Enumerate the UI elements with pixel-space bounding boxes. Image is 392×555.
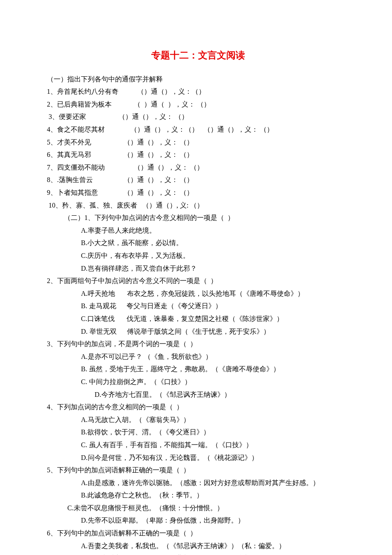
s1-item-4: 4、食之不能尽其材 （）通（），义：（） （）通（），义： （） xyxy=(47,123,349,136)
q3-opt-d: D.今齐地方七百里。（《邹忌讽齐王纳谏》） xyxy=(47,388,349,401)
q4-opt-a: A.马无故亡入胡。（《塞翁失马》） xyxy=(47,413,349,426)
s1-item-2: 2、已后典籍皆为板本 （ ）通（ ），义： （） xyxy=(47,98,349,111)
q5-opt-a: A.由是感激，遂许先帝以驱驰。（感激：因对方好意或帮助而对其产生好感。） xyxy=(47,477,349,489)
s1-item-3: 3、便要还家 （）通（），义： （） xyxy=(47,110,349,123)
q6-stem: 6、下列句中的加点词语解释不正确的一项是（ ） xyxy=(47,527,349,540)
s1-item-7: 7、四支僵劲不能动 （）通（），义： （） xyxy=(47,161,349,174)
q1-opt-a: A.率妻子邑人来此绝境。 xyxy=(47,224,349,237)
s1-item-10: 10、矜、寡、孤、独、废疾者 （）通（）, 义: （） xyxy=(47,199,349,212)
s1-item-6: 6、其真无马邪 （）通（），义： （） xyxy=(47,148,349,161)
q1-stem: （二）1、下列句中加点词的古今意义相同的一项是（ ） xyxy=(47,211,349,224)
q4-opt-d: D.问今是何世，乃不知有汉，无论魏晋。（《桃花源记》） xyxy=(47,451,349,464)
section1-heading: （一）指出下列各句中的通假字并解释 xyxy=(47,73,349,86)
q3-opt-b: B. 虽然，受地于先王，愿终守之，弗敢易。（《唐雎不辱使命》） xyxy=(47,363,349,376)
s1-item-9: 9、卜者知其指意 （）通（），义： （） xyxy=(47,186,349,199)
q3-stem: 3、下列句中的加点词，不是两个词的一项是（ ） xyxy=(47,338,349,350)
q4-stem: 4、下列加点词的古今意义相同的一项是（ ） xyxy=(47,401,349,413)
q2-opt-c: C.口诛笔伐 伐无道，诛暴秦，复立楚国之社稷（《陈涉世家》） xyxy=(47,312,349,325)
s1-item-1: 1、舟首尾长约八分有奇 （）通（），义：（） xyxy=(47,85,349,98)
page-title: 专题十二：文言文阅读 xyxy=(47,47,349,64)
s1-item-8: 8、.荡胸生曾云 （）通（），义： （） xyxy=(47,173,349,186)
q4-opt-b: B.欲得饮，饮于河、渭。（《夸父逐日》） xyxy=(47,426,349,439)
q5-opt-d: D.先帝不以臣卑鄙。（卑鄙：身份低微，出身鄙野。） xyxy=(47,514,349,527)
q3-opt-c: C. 中间力拉崩倒之声。（《口技》） xyxy=(47,376,349,388)
q4-opt-c: C. 虽人有百手，手有百指，不能指其一端。（《口技》） xyxy=(47,439,349,451)
q5-opt-c: C.未尝不叹息痛恨于桓灵也。（痛恨：十分憎恨。） xyxy=(47,502,349,515)
q3-opt-a: A.是亦不可以已乎？ （《鱼，我所欲也》） xyxy=(47,350,349,363)
q1-opt-b: B.小大之狱，虽不能察，必以情。 xyxy=(47,237,349,249)
q2-opt-a: A.呼天抢地 布衣之怒，亦免冠徒跣，以头抢地耳（《唐雎不辱使命》） xyxy=(47,287,349,300)
q2-opt-b: B. 走马观花 夸父与日逐走（《夸父逐日》） xyxy=(47,300,349,312)
q5-opt-b: B.此诚危急存亡之秋也。（秋：季节。） xyxy=(47,489,349,502)
q2-stem: 2、下面两组句子中加点词的古今意义不同的一项是（ ） xyxy=(47,275,349,287)
q6-opt-a: A.吾妻之美我者，私我也。（《邹忌讽齐王纳谏》）（私：偏爱。） xyxy=(47,540,349,552)
q1-opt-c: C.庆历中，有布衣毕昇，又为活板。 xyxy=(47,249,349,262)
q6-opt-b: B.肉食者谋之，又何间焉？（《曹刿论战》）（间：参与。） xyxy=(47,552,349,555)
q1-opt-d: D.岂有徜徉肆恣，而又尝自休于此邪？ xyxy=(47,262,349,275)
q5-stem: 5、下列句中的加点词语解释正确的一项是（ ） xyxy=(47,464,349,477)
q2-opt-d: D. 举世无双 傅说举于版筑之间（《生于忧患，死于安乐》） xyxy=(47,325,349,338)
s1-item-5: 5、才美不外见 （）通（），义： （） xyxy=(47,136,349,149)
